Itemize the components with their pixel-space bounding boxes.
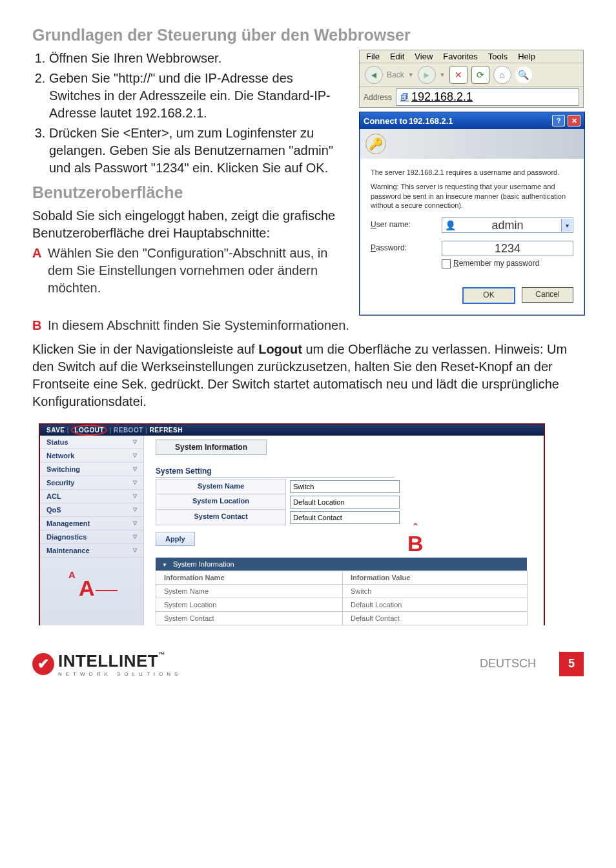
setting-input-name[interactable] [290,480,400,493]
system-setting-title: System Setting [156,467,395,478]
ok-button[interactable]: OK [462,287,515,304]
info-cell: Default Contact [342,611,527,625]
dialog-msg1: The server 192.168.2.1 requires a userna… [371,168,573,177]
info-header-value: Information Value [342,570,527,584]
nav-management[interactable]: Management▽ [40,517,143,530]
nav-qos[interactable]: QoS▽ [40,503,143,517]
info-header-name: Information Name [156,570,343,584]
switch-admin-screenshot: SAVE | LOGOUT | REBOOT | REFRESH Status▽… [39,423,545,625]
brand-sub: NETWORK SOLUTIONS [58,671,181,677]
username-input[interactable]: 👤 admin ▾ [442,217,573,233]
callout-B-letter: B [407,531,424,556]
brand-logo: ✔ INTELLINET™ NETWORK SOLUTIONS [32,651,181,677]
label-A: A [32,245,48,297]
dialog-close-icon[interactable]: ✕ [568,115,580,126]
back-button-icon[interactable]: ◄ [365,66,383,84]
dialog-help-icon[interactable]: ? [552,115,565,126]
after-login-intro: Sobald Sie sich eingeloggt haben, zeigt … [32,207,346,242]
steps-list: Öffnen Sie Ihren Webbrowser. Geben Sie "… [32,50,346,177]
table-row: System Name Switch [156,584,528,598]
step-3-text: Drücken Sie <Enter>, um zum Loginfenster… [49,126,333,175]
search-button-icon[interactable]: 🔍 [515,66,532,83]
stop-button-icon[interactable]: ✕ [449,66,467,84]
chevron-down-icon: ▽ [133,493,137,499]
dialog-title-ip: 192.168.2.1 [409,116,453,126]
collapse-icon[interactable]: ▼ [162,562,167,568]
nav-network[interactable]: Network▽ [40,449,143,463]
address-value: 192.168.2.1 [411,90,473,104]
system-setting-table: System Name System Location System Conta… [156,479,544,525]
callout-A: A [79,576,95,601]
section-webbrowser-title: Grundlagen der Steuerung über den Webbro… [32,26,584,45]
apply-button[interactable]: Apply [156,532,195,546]
browser-mock: File Edit View Favorites Tools Help ◄ Ba… [359,50,584,108]
chevron-down-icon: ▽ [133,547,137,553]
refresh-button-icon[interactable]: ⟳ [471,66,489,84]
point-B-text: In diesem Abschnitt finden Sie Systeminf… [48,317,584,334]
forward-dropdown-icon[interactable]: ▼ [440,72,446,78]
page-number: 5 [559,652,584,676]
info-cell: System Location [156,598,343,611]
setting-input-location[interactable] [290,496,400,509]
step-1: Öffnen Sie Ihren Webbrowser. [49,50,346,67]
info-cell: Switch [342,584,527,598]
section-ui-title: Benutzeroberfläche [32,183,346,202]
username-dropdown-icon[interactable]: ▾ [561,219,572,232]
switch-topbar: SAVE | LOGOUT | REBOOT | REFRESH [40,425,544,436]
setting-label-location: System Location [156,494,286,510]
nav-switching[interactable]: Switching▽ [40,463,143,476]
remember-checkbox[interactable] [442,259,451,268]
step-3: Drücken Sie <Enter>, um zum Loginfenster… [49,125,346,177]
password-label: Password: [371,243,442,254]
nav-acl[interactable]: ACL▽ [40,490,143,503]
back-label: Back [387,70,404,79]
nav-diagnostics[interactable]: Diagnostics▽ [40,530,143,544]
ie-page-icon: 🗐 [400,92,409,102]
chevron-down-icon: ▽ [133,452,137,458]
brand-mark-icon: ✔ [32,653,54,675]
table-row: System Contact Default Contact [156,611,528,625]
menu-edit[interactable]: Edit [390,52,404,61]
address-label: Address [364,93,392,102]
callout-A-small: A [68,569,76,580]
menu-file[interactable]: File [366,52,380,61]
password-input[interactable]: 1234 [442,241,573,256]
chevron-down-icon: ▽ [133,466,137,472]
info-cell: System Name [156,584,343,598]
nav-security[interactable]: Security▽ [40,476,143,490]
topbar-refresh[interactable]: REFRESH [150,427,183,434]
logout-paragraph: Klicken Sie in der Navigationsleiste auf… [32,341,584,410]
menu-help[interactable]: Help [518,52,535,61]
callout-B-arrow: ˆ [407,526,424,531]
topbar-save[interactable]: SAVE [46,427,65,434]
nav-status[interactable]: Status▽ [40,436,143,449]
menu-favorites[interactable]: Favorites [443,52,477,61]
dialog-msg2: Warning: This server is requesting that … [371,182,573,210]
logout-para-pre: Klicken Sie in der Navigationsleiste auf [32,342,258,356]
cancel-button[interactable]: Cancel [522,287,573,303]
topbar-logout[interactable]: LOGOUT [71,425,107,436]
menu-tools[interactable]: Tools [488,52,508,61]
content-tab-header: System Information [156,439,267,455]
setting-input-contact[interactable] [290,511,400,524]
login-dialog: Connect to 192.168.2.1 ? ✕ 🔑 The server … [359,112,585,316]
home-button-icon[interactable]: ⌂ [493,66,511,84]
menu-view[interactable]: View [415,52,433,61]
label-B: B [32,317,48,334]
setting-label-contact: System Contact [156,510,286,525]
logout-word: Logout [258,342,302,356]
address-input[interactable]: 🗐 192.168.2.1 [396,88,579,106]
brand-main: INTELLINET [58,651,158,671]
footer-language: DEUTSCH [480,657,536,671]
topbar-reboot[interactable]: REBOOT [114,427,143,434]
nav-maintenance[interactable]: Maintenance▽ [40,544,143,558]
password-value: 1234 [495,241,520,256]
system-info-table: Information Name Information Value Syste… [156,570,528,625]
user-icon: 👤 [445,219,456,231]
point-A-text: Wählen Sie den "Configuration"-Abschnitt… [48,245,346,297]
chevron-down-icon: ▽ [133,507,137,512]
back-dropdown-icon[interactable]: ▼ [408,72,414,78]
forward-button-icon[interactable]: ► [418,66,436,84]
username-label: User name: [371,220,442,230]
callout-B: ˆ B [407,526,424,556]
